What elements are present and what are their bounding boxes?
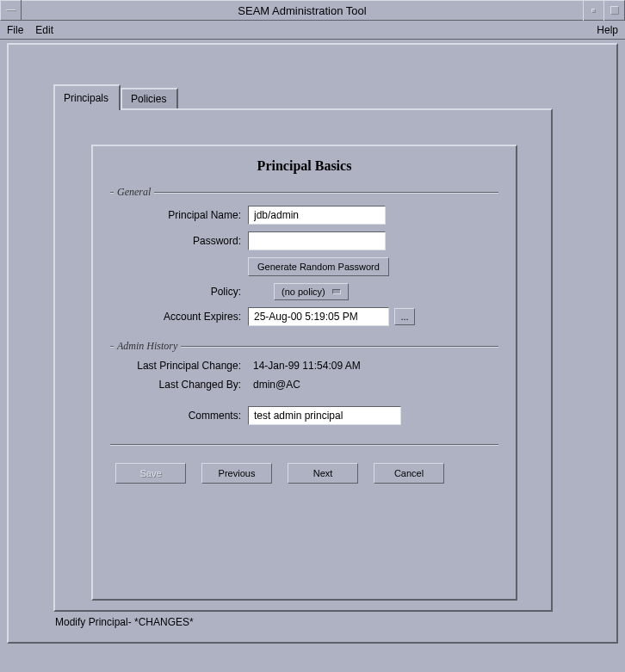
principal-name-input[interactable] xyxy=(248,206,386,225)
account-expires-input[interactable] xyxy=(248,307,389,326)
generate-password-button[interactable]: Generate Random Password xyxy=(248,257,389,276)
tab-policies-label: Policies xyxy=(131,93,166,105)
group-general-label: General xyxy=(114,186,154,199)
option-menu-icon xyxy=(332,289,341,294)
previous-button[interactable]: Previous xyxy=(201,463,272,484)
password-label: Password: xyxy=(110,235,248,247)
policy-option-menu[interactable]: (no policy) xyxy=(274,283,349,300)
menu-bar: File Edit Help xyxy=(0,21,625,40)
save-button[interactable]: Save xyxy=(115,463,186,484)
password-input[interactable] xyxy=(248,231,386,250)
cancel-button[interactable]: Cancel xyxy=(374,463,444,484)
divider-buttons xyxy=(110,444,498,446)
tab-principals-label: Principals xyxy=(64,92,108,104)
comments-input[interactable] xyxy=(248,406,401,425)
menu-help[interactable]: Help xyxy=(597,24,618,36)
next-button[interactable]: Next xyxy=(288,463,358,484)
maximize-button[interactable] xyxy=(603,0,624,21)
last-by-value: dmin@AC xyxy=(248,379,300,391)
policy-label: Policy: xyxy=(110,286,248,298)
form-panel: Principal Basics General Principal Name:… xyxy=(91,145,517,601)
account-expires-label: Account Expires: xyxy=(110,311,248,323)
tab-principals[interactable]: Principals xyxy=(53,84,121,110)
last-by-label: Last Changed By: xyxy=(110,379,248,391)
last-change-value: 14-Jan-99 11:54:09 AM xyxy=(248,360,361,372)
comments-label: Comments: xyxy=(110,410,248,422)
tab-panel: Principal Basics General Principal Name:… xyxy=(53,108,553,612)
minimize-button[interactable] xyxy=(583,0,603,21)
policy-selected-value: (no policy) xyxy=(282,287,325,297)
status-text: Modify Principal- *CHANGES* xyxy=(55,616,194,628)
minimize-icon xyxy=(591,9,596,13)
divider-general xyxy=(110,192,498,194)
menu-file[interactable]: File xyxy=(7,24,23,36)
menu-edit[interactable]: Edit xyxy=(35,24,53,36)
principal-name-label: Principal Name: xyxy=(110,209,248,221)
panel-heading: Principal Basics xyxy=(110,158,498,174)
group-history-label: Admin History xyxy=(114,340,181,353)
last-change-label: Last Principal Change: xyxy=(110,360,248,372)
window-title: SEAM Administration Tool xyxy=(22,4,583,17)
tab-policies[interactable]: Policies xyxy=(121,88,178,108)
window-menu-icon xyxy=(6,9,16,11)
title-bar: SEAM Administration Tool xyxy=(0,0,625,21)
account-expires-browse-button[interactable]: ... xyxy=(394,308,415,325)
maximize-icon xyxy=(610,6,619,15)
window-menu-button[interactable] xyxy=(1,0,22,21)
